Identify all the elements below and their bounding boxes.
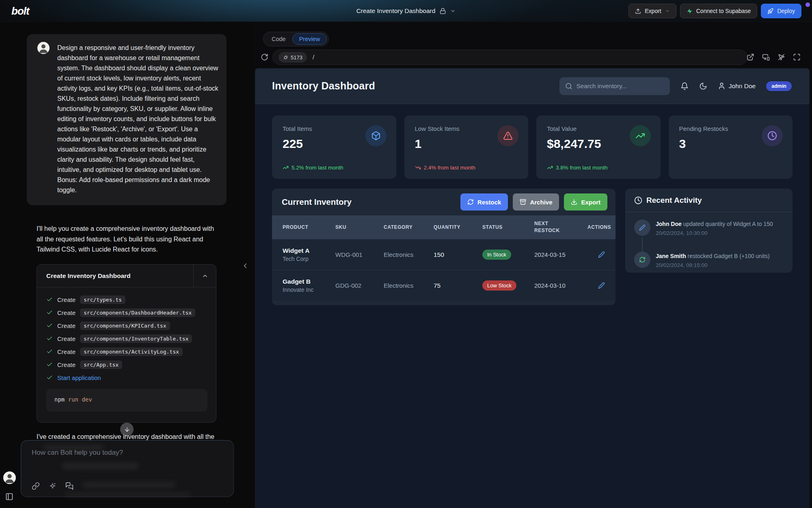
chat-input-box[interactable]: [21, 440, 234, 497]
category-value: Electronics: [384, 251, 434, 258]
archive-button[interactable]: Archive: [513, 193, 559, 211]
file-chip[interactable]: src/App.tsx: [80, 360, 122, 369]
export-button[interactable]: Export: [628, 4, 676, 18]
step-create-file: Create src/components/InventoryTable.tsx: [46, 332, 208, 345]
step-create-file: Create src/components/DashboardHeader.ts…: [46, 306, 208, 319]
port-pill[interactable]: 5173: [279, 52, 307, 63]
chevron-down-icon[interactable]: [450, 8, 456, 14]
check-icon: [46, 335, 53, 342]
recent-activity-title: Recent Activity: [646, 196, 702, 205]
table-row[interactable]: Widget A Tech Corp WDG-001 Electronics 1…: [272, 239, 615, 270]
sidebar-toggle-button[interactable]: [5, 493, 13, 501]
command-args: run dev: [65, 396, 92, 403]
user-menu[interactable]: John Doe: [718, 82, 756, 90]
inventory-title: Current Inventory: [282, 197, 352, 207]
check-icon: [46, 348, 53, 355]
file-chip[interactable]: src/types.ts: [80, 295, 125, 304]
role-badge: admin: [766, 81, 792, 91]
sku-value: WDG-001: [335, 251, 384, 258]
timeline-connector: [642, 237, 643, 252]
step-action: Create: [57, 361, 76, 368]
work-card-title: Create Inventory Dashboard: [37, 272, 131, 280]
app-preview: Inventory Dashboard John Doe admin: [255, 68, 810, 508]
check-icon: [46, 322, 53, 329]
search-icon: [565, 82, 572, 90]
step-action: Create: [57, 296, 76, 303]
url-path: /: [313, 54, 314, 61]
refresh-cw-icon: [634, 252, 650, 268]
connect-supabase-button[interactable]: Connect to Supabase: [680, 4, 758, 18]
start-application-link[interactable]: Start application: [57, 374, 101, 381]
check-icon: [46, 296, 53, 303]
step-action: Create: [57, 322, 76, 329]
supplier-name: Tech Corp: [283, 256, 335, 262]
deploy-button[interactable]: Deploy: [761, 4, 801, 18]
edit-pencil-icon[interactable]: [598, 282, 605, 289]
column-product: Product: [283, 224, 335, 230]
table-row[interactable]: Gadget B Innovate Inc GDG-002 Electronic…: [272, 270, 615, 301]
work-card: Create Inventory Dashboard Create src/ty…: [37, 264, 216, 423]
check-icon: [46, 374, 53, 381]
activity-item: Jane Smith restocked Gadget B (+100 unit…: [634, 252, 786, 268]
upload-icon: [635, 8, 641, 14]
dark-mode-toggle-icon[interactable]: [699, 82, 707, 90]
column-quantity: Quantity: [434, 224, 482, 230]
kpi-card-pending-restocks: Pending Restocks 3: [669, 115, 793, 179]
edit-pencil-icon: [634, 219, 650, 236]
view-tabs: Code Preview: [263, 32, 329, 46]
file-chip[interactable]: src/components/DashboardHeader.tsx: [80, 308, 195, 317]
file-chip[interactable]: src/components/InventoryTable.tsx: [80, 334, 192, 343]
assistant-followup-text: I've created a comprehensive inventory d…: [37, 433, 227, 441]
project-title-group[interactable]: Create Inventory Dashboard: [356, 0, 456, 22]
link-attach-icon[interactable]: [32, 482, 40, 490]
screen: bolt Create Inventory Dashboard Export C…: [0, 0, 812, 508]
supabase-icon: [687, 8, 693, 14]
notification-dot: [806, 2, 810, 7]
quantity-value[interactable]: 150: [434, 251, 482, 258]
open-external-icon[interactable]: [747, 53, 754, 61]
edit-pencil-icon[interactable]: [598, 251, 605, 258]
file-chip[interactable]: src/components/KPICard.tsx: [80, 321, 170, 330]
deploy-label: Deploy: [777, 8, 795, 14]
sparkles-icon[interactable]: [49, 482, 56, 490]
url-bar[interactable]: 5173 /: [272, 50, 747, 65]
device-preview-icon[interactable]: [762, 53, 770, 61]
chat-input[interactable]: [21, 441, 233, 480]
trending-up-icon: [630, 125, 651, 146]
kpi-delta: 3.8% from last month: [547, 165, 608, 171]
step-create-file: Create src/components/KPICard.tsx: [46, 319, 208, 332]
bell-icon[interactable]: [680, 82, 689, 90]
next-restock-date: 2024-03-15: [534, 251, 587, 258]
reload-preview-button[interactable]: [261, 53, 268, 61]
collapse-work-card-button[interactable]: [193, 265, 216, 287]
fullscreen-icon[interactable]: [793, 53, 801, 61]
tab-code[interactable]: Code: [265, 36, 292, 42]
app-title: Inventory Dashboard: [272, 80, 375, 92]
port-number: 5173: [291, 54, 302, 61]
inventory-header: Current Inventory Restock Archive Exp: [272, 189, 615, 215]
bolt-logo[interactable]: bolt: [11, 0, 29, 22]
account-avatar[interactable]: [3, 471, 16, 484]
user-prompt-text: Design a responsive and user-friendly in…: [57, 43, 220, 195]
search-input[interactable]: [577, 82, 664, 89]
activity-text: John Doe updated quantity of Widget A to…: [656, 219, 773, 228]
kpi-delta: 2.4% from last month: [415, 165, 476, 171]
export-csv-button[interactable]: Export: [564, 193, 607, 211]
chat-input-toolbar: [32, 482, 73, 490]
inspector-off-icon[interactable]: [777, 53, 785, 61]
restock-button[interactable]: Restock: [460, 193, 508, 211]
redacted-blur: [82, 482, 175, 488]
quantity-value[interactable]: 75: [434, 282, 482, 289]
tab-preview[interactable]: Preview: [292, 33, 327, 45]
command-name: npm: [54, 396, 65, 403]
step-start-application: Start application: [46, 371, 208, 384]
inventory-table-card: Current Inventory Restock Archive Exp: [272, 189, 615, 305]
status-badge: Low Stock: [482, 280, 516, 291]
activity-text: Jane Smith restocked Gadget B (+100 unit…: [656, 252, 770, 260]
refresh-icon: [261, 53, 268, 61]
chat-mode-icon[interactable]: [65, 482, 73, 490]
file-chip[interactable]: src/components/ActivityLog.tsx: [80, 347, 183, 356]
inventory-search[interactable]: [559, 77, 670, 95]
step-create-file: Create src/types.ts: [46, 293, 208, 306]
collapse-chat-panel-button[interactable]: [241, 262, 249, 270]
